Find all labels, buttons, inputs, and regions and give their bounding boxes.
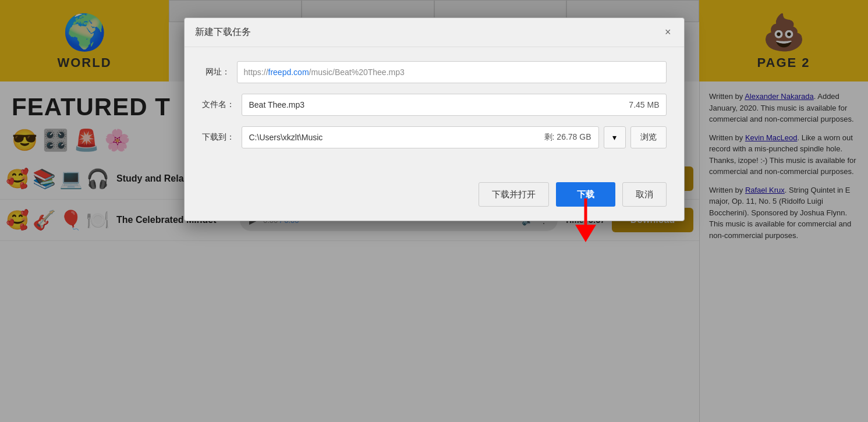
browse-button[interactable]: 浏览 xyxy=(630,126,667,148)
modal-overlay: 新建下载任务 × 网址： https://freepd.com/music/Be… xyxy=(0,0,868,422)
cancel-button[interactable]: 取消 xyxy=(622,182,667,207)
url-input[interactable] xyxy=(237,61,667,83)
dialog-footer: 下载并打开 下载 取消 xyxy=(185,173,684,221)
download-dialog: 新建下载任务 × 网址： https://freepd.com/music/Be… xyxy=(184,17,685,221)
filename-row: 文件名： 7.45 MB xyxy=(202,94,667,116)
url-label: 网址： xyxy=(202,67,230,77)
svg-marker-1 xyxy=(575,225,596,242)
filename-label: 文件名： xyxy=(202,100,235,110)
dialog-title: 新建下载任务 xyxy=(195,26,251,38)
download-path: C:\Users\xkzlt\Music xyxy=(249,133,323,142)
url-row: 网址： https://freepd.com/music/Beat%20Thee… xyxy=(202,61,667,83)
download-to-label: 下载到： xyxy=(202,132,235,143)
download-and-open-button[interactable]: 下载并打开 xyxy=(479,182,549,207)
download-to-row: 下载到： C:\Users\xkzlt\Music 剩: 26.78 GB ▾ … xyxy=(202,126,667,148)
dialog-title-bar: 新建下载任务 × xyxy=(185,18,684,47)
download-confirm-button[interactable]: 下载 xyxy=(556,182,615,207)
free-space-label: 剩: 26.78 GB xyxy=(544,132,591,143)
dropdown-arrow-button[interactable]: ▾ xyxy=(604,126,626,148)
dialog-close-button[interactable]: × xyxy=(662,26,674,38)
filename-input[interactable] xyxy=(242,94,667,116)
dialog-body: 网址： https://freepd.com/music/Beat%20Thee… xyxy=(185,47,684,173)
path-display: C:\Users\xkzlt\Music 剩: 26.78 GB xyxy=(242,126,599,148)
